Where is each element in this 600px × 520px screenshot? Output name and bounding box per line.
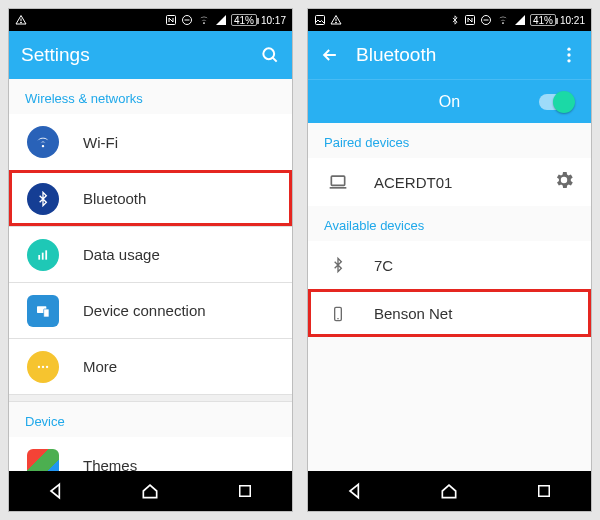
row-device-connection[interactable]: Device connection xyxy=(9,282,292,338)
available-device-benson-net[interactable]: Benson Net xyxy=(308,289,591,337)
battery-icon: 41% xyxy=(530,14,556,26)
svg-rect-9 xyxy=(45,250,47,259)
bluetooth-icon xyxy=(450,14,460,26)
page-title: Settings xyxy=(21,44,90,66)
device-label: Benson Net xyxy=(374,305,575,322)
paired-device-acerdt01[interactable]: ACERDT01 xyxy=(308,158,591,206)
page-title: Bluetooth xyxy=(356,44,436,66)
phone-icon xyxy=(326,304,350,324)
device-label: ACERDT01 xyxy=(374,174,529,191)
bluetooth-icon xyxy=(326,255,350,275)
nfc-icon xyxy=(165,14,177,26)
signal-icon xyxy=(514,14,526,26)
status-bar: 41% 10:21 xyxy=(308,9,591,31)
settings-list: Wireless & networks Wi-Fi Bluetooth Data… xyxy=(9,79,292,471)
bluetooth-list: Paired devices ACERDT01 Available device… xyxy=(308,123,591,471)
section-divider xyxy=(9,394,292,402)
svg-rect-15 xyxy=(240,486,251,497)
row-bluetooth[interactable]: Bluetooth xyxy=(9,170,292,226)
row-more[interactable]: More xyxy=(9,338,292,394)
row-label: Bluetooth xyxy=(83,190,276,207)
svg-rect-16 xyxy=(316,16,325,25)
svg-point-18 xyxy=(336,22,337,23)
svg-point-23 xyxy=(567,53,570,56)
svg-point-5 xyxy=(263,48,274,59)
section-header-available: Available devices xyxy=(308,206,591,241)
row-label: More xyxy=(83,358,276,375)
nav-bar xyxy=(308,471,591,511)
svg-rect-11 xyxy=(44,309,49,317)
back-icon[interactable] xyxy=(320,45,340,65)
clock: 10:21 xyxy=(560,15,585,26)
bluetooth-toggle[interactable] xyxy=(539,94,573,110)
svg-rect-8 xyxy=(42,252,44,259)
phone-settings: 41% 10:17 Settings Wireless & networks W… xyxy=(8,8,293,512)
svg-rect-7 xyxy=(38,255,40,260)
wifi-icon xyxy=(27,126,59,158)
wifi-icon xyxy=(496,14,510,26)
section-header-paired: Paired devices xyxy=(308,123,591,158)
svg-point-24 xyxy=(567,59,570,62)
row-wifi[interactable]: Wi-Fi xyxy=(9,114,292,170)
available-device-7c[interactable]: 7C xyxy=(308,241,591,289)
svg-point-14 xyxy=(46,365,48,367)
warning-icon xyxy=(15,14,27,26)
nav-home-button[interactable] xyxy=(130,476,170,506)
row-themes[interactable]: Themes xyxy=(9,437,292,471)
nav-home-button[interactable] xyxy=(429,476,469,506)
search-icon[interactable] xyxy=(260,45,280,65)
battery-icon: 41% xyxy=(231,14,257,26)
device-label: 7C xyxy=(374,257,575,274)
nav-recent-button[interactable] xyxy=(524,476,564,506)
svg-point-22 xyxy=(567,48,570,51)
svg-point-1 xyxy=(21,22,22,23)
svg-rect-25 xyxy=(331,176,344,185)
row-label: Wi-Fi xyxy=(83,134,276,151)
do-not-disturb-icon xyxy=(480,14,492,26)
bluetooth-icon xyxy=(27,183,59,215)
row-data-usage[interactable]: Data usage xyxy=(9,226,292,282)
bluetooth-state-bar: On xyxy=(308,79,591,123)
status-bar: 41% 10:17 xyxy=(9,9,292,31)
overflow-menu-icon[interactable] xyxy=(559,45,579,65)
image-icon xyxy=(314,14,326,26)
nav-bar xyxy=(9,471,292,511)
bluetooth-state-label: On xyxy=(439,93,460,111)
themes-icon xyxy=(27,449,59,471)
warning-icon xyxy=(330,14,342,26)
svg-line-6 xyxy=(273,58,277,62)
svg-point-12 xyxy=(38,365,40,367)
app-bar: Settings xyxy=(9,31,292,79)
do-not-disturb-icon xyxy=(181,14,193,26)
row-label: Themes xyxy=(83,457,276,472)
nav-back-button[interactable] xyxy=(36,476,76,506)
clock: 10:17 xyxy=(261,15,286,26)
more-icon xyxy=(27,351,59,383)
row-label: Data usage xyxy=(83,246,276,263)
data-usage-icon xyxy=(27,239,59,271)
nav-recent-button[interactable] xyxy=(225,476,265,506)
gear-icon[interactable] xyxy=(553,169,575,195)
app-bar: Bluetooth xyxy=(308,31,591,79)
laptop-icon xyxy=(326,172,350,192)
svg-point-13 xyxy=(42,365,44,367)
nav-back-button[interactable] xyxy=(335,476,375,506)
section-header-wireless: Wireless & networks xyxy=(9,79,292,114)
wifi-icon xyxy=(197,14,211,26)
device-connection-icon xyxy=(27,295,59,327)
svg-rect-28 xyxy=(539,486,550,497)
phone-bluetooth: 41% 10:21 Bluetooth On Paired devices AC… xyxy=(307,8,592,512)
section-header-device: Device xyxy=(9,402,292,437)
row-label: Device connection xyxy=(83,302,276,319)
signal-icon xyxy=(215,14,227,26)
nfc-icon xyxy=(464,14,476,26)
